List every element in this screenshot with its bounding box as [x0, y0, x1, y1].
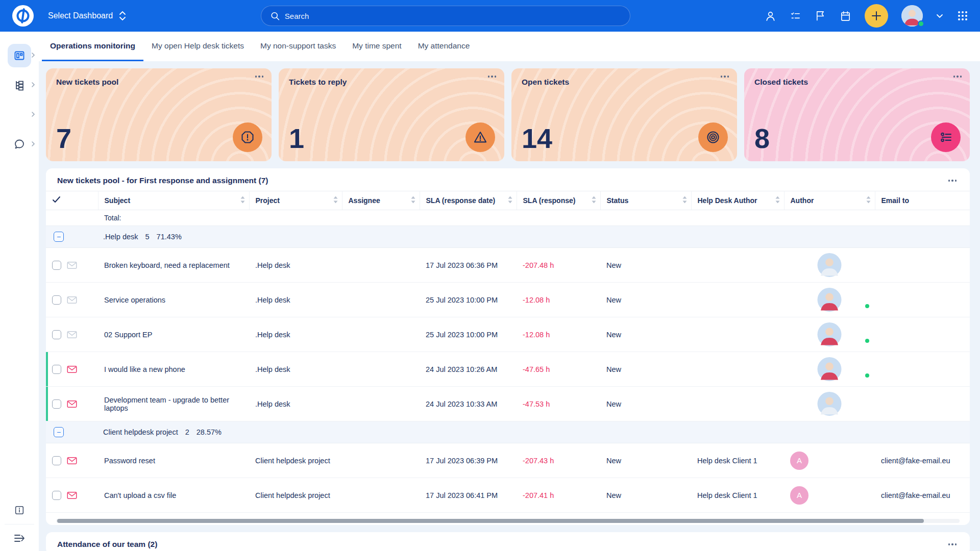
- total-row: Total:: [46, 210, 970, 226]
- ticket-status: New: [600, 283, 691, 317]
- column-header-sla-response[interactable]: SLA (response): [517, 191, 600, 210]
- apps-grid-icon[interactable]: [957, 10, 969, 22]
- column-header-status[interactable]: Status: [600, 191, 691, 210]
- card-open-tickets[interactable]: Open tickets 14: [511, 68, 737, 161]
- author-avatar[interactable]: [790, 392, 869, 416]
- sidebar-item-messages[interactable]: [0, 131, 39, 158]
- row-checkbox[interactable]: [52, 491, 61, 500]
- collapse-group-button[interactable]: −: [54, 232, 64, 242]
- app-logo-icon[interactable]: [11, 4, 35, 28]
- info-icon[interactable]: [14, 505, 25, 516]
- card-closed-tickets[interactable]: Closed tickets 8: [744, 68, 970, 161]
- calendar-icon[interactable]: [840, 10, 851, 22]
- mail-icon[interactable]: [67, 331, 77, 339]
- dashboard-selector[interactable]: Select Dashboard: [48, 11, 126, 21]
- more-menu-icon[interactable]: [488, 76, 497, 78]
- online-status-dot: [864, 372, 870, 379]
- ticket-subject[interactable]: I would like a new phone: [98, 352, 249, 387]
- sort-icon: [682, 196, 687, 205]
- ticket-status: New: [600, 317, 691, 352]
- dashboard-icon: [8, 44, 31, 67]
- quick-add-button[interactable]: [865, 4, 888, 28]
- row-checkbox[interactable]: [52, 261, 61, 270]
- chevron-down-icon[interactable]: [936, 14, 943, 18]
- table-row[interactable]: Development team - upgrade to better lap…: [46, 387, 970, 421]
- table-row[interactable]: 02 Support EP .Help desk 25 Jul 2023 10:…: [46, 317, 970, 352]
- mail-unread-icon[interactable]: [67, 457, 77, 465]
- mail-icon[interactable]: [67, 261, 77, 269]
- table-row[interactable]: Broken keyboard, need a replacement .Hel…: [46, 248, 970, 283]
- sidebar-item-dashboards[interactable]: [0, 42, 39, 69]
- table-row[interactable]: I would like a new phone .Help desk 24 J…: [46, 352, 970, 387]
- author-avatar[interactable]: A: [790, 452, 808, 470]
- group-percent: 71.43%: [157, 233, 182, 241]
- ticket-subject[interactable]: 02 Support EP: [98, 317, 249, 352]
- ticket-subject[interactable]: Development team - upgrade to better lap…: [98, 387, 249, 421]
- row-checkbox[interactable]: [52, 456, 61, 465]
- row-checkbox[interactable]: [52, 295, 61, 305]
- author-avatar[interactable]: [790, 322, 869, 346]
- author-avatar[interactable]: [790, 253, 869, 277]
- sla-response-date: 25 Jul 2023 10:00 PM: [420, 317, 517, 352]
- search-input[interactable]: [285, 12, 621, 20]
- sla-response-date: 24 Jul 2023 10:26 AM: [420, 352, 517, 387]
- card-title: Open tickets: [522, 78, 727, 87]
- column-header-project[interactable]: Project: [249, 191, 342, 210]
- table-row[interactable]: Password reset Client helpdesk project 1…: [46, 443, 970, 478]
- tab-my-open-help-desk-tickets[interactable]: My open Help desk tickets: [143, 32, 252, 61]
- sidebar-item-more[interactable]: [0, 101, 39, 129]
- column-header-sla-response-date[interactable]: SLA (response date): [420, 191, 517, 210]
- author-avatar[interactable]: [790, 288, 869, 312]
- column-header-subject[interactable]: Subject: [98, 191, 249, 210]
- select-all-header[interactable]: [46, 191, 98, 210]
- column-header-email-to[interactable]: Email to: [875, 191, 970, 210]
- tickets-table: Subject Project Assignee SLA (response d…: [46, 191, 970, 513]
- card-new-tickets-pool[interactable]: New tickets pool 7: [46, 68, 272, 161]
- online-status-dot: [864, 303, 870, 309]
- tab-my-time-spent[interactable]: My time spent: [344, 32, 409, 61]
- flag-icon[interactable]: [815, 10, 826, 22]
- tab-my-attendance[interactable]: My attendance: [410, 32, 478, 61]
- column-header-author[interactable]: Author: [784, 191, 875, 210]
- mail-unread-icon[interactable]: [67, 400, 77, 408]
- collapse-group-button[interactable]: −: [54, 427, 64, 437]
- profile-avatar[interactable]: [901, 5, 923, 27]
- sla-response-hours: -47.65 h: [517, 352, 600, 387]
- scrollbar-thumb[interactable]: [57, 519, 924, 523]
- more-menu-icon[interactable]: [255, 76, 264, 78]
- ticket-subject[interactable]: Password reset: [98, 443, 249, 478]
- more-menu-icon[interactable]: [946, 541, 959, 547]
- sla-response-hours: -207.43 h: [517, 443, 600, 478]
- card-tickets-to-reply[interactable]: Tickets to reply 1: [279, 68, 504, 161]
- mail-unread-icon[interactable]: [67, 365, 77, 373]
- expand-menu-icon[interactable]: [13, 533, 26, 544]
- sidebar-item-projects[interactable]: [0, 71, 39, 99]
- author-avatar[interactable]: [790, 357, 869, 381]
- table-row[interactable]: Can't upload a csv file Client helpdesk …: [46, 478, 970, 513]
- ticket-subject[interactable]: Broken keyboard, need a replacement: [98, 248, 249, 283]
- table-row[interactable]: Service operations .Help desk 25 Jul 202…: [46, 283, 970, 317]
- kpi-cards: New tickets pool 7 Tickets to reply 1: [46, 68, 970, 161]
- ticket-subject[interactable]: Service operations: [98, 283, 249, 317]
- user-icon[interactable]: [765, 10, 776, 22]
- topbar-actions: [765, 4, 969, 28]
- tasks-checklist-icon[interactable]: [790, 10, 801, 22]
- row-checkbox[interactable]: [52, 365, 61, 374]
- tab-operations-monitoring[interactable]: Operations monitoring: [42, 32, 143, 61]
- ticket-subject[interactable]: Can't upload a csv file: [98, 478, 249, 513]
- ticket-project: .Help desk: [249, 248, 342, 283]
- mail-unread-icon[interactable]: [67, 491, 77, 499]
- tab-my-non-support-tasks[interactable]: My non-support tasks: [252, 32, 344, 61]
- horizontal-scrollbar[interactable]: [56, 519, 960, 523]
- author-avatar[interactable]: A: [790, 486, 808, 505]
- more-menu-icon[interactable]: [946, 178, 959, 184]
- more-menu-icon[interactable]: [953, 76, 962, 78]
- row-checkbox[interactable]: [52, 330, 61, 339]
- mail-icon[interactable]: [67, 296, 77, 304]
- column-header-help-desk-author[interactable]: Help Desk Author: [691, 191, 784, 210]
- chat-bubble-icon: [8, 133, 31, 156]
- sla-response-date: 25 Jul 2023 10:00 PM: [420, 283, 517, 317]
- column-header-assignee[interactable]: Assignee: [342, 191, 420, 210]
- row-checkbox[interactable]: [52, 399, 61, 409]
- more-menu-icon[interactable]: [721, 76, 729, 78]
